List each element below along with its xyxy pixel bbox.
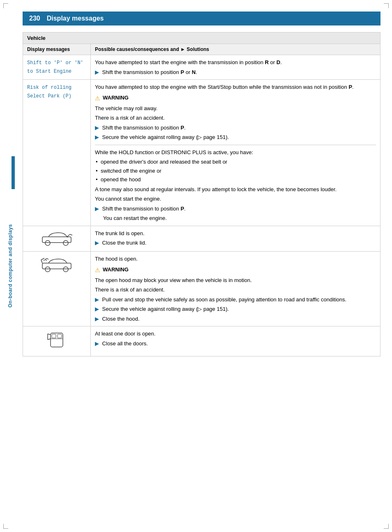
svg-point-6 (63, 267, 68, 272)
table-row: At least one door is open. ▶ Close all t… (23, 326, 380, 356)
hood-solution-1: ▶ Pull over and stop the vehicle safely … (95, 296, 376, 304)
svg-rect-7 (51, 333, 63, 347)
warning-icon-hood: ⚠ (95, 266, 100, 275)
svg-point-3 (67, 236, 68, 237)
solution-2: ▶ Secure the vehicle against rolling awa… (95, 133, 376, 141)
list-item: opened the hood (95, 176, 376, 184)
section-header: Vehicle (23, 32, 380, 44)
icon-cell-door (23, 326, 91, 356)
page-number: 230 (29, 15, 40, 22)
sub-section: While the HOLD function or DISTRONIC PLU… (95, 145, 376, 222)
svg-point-2 (63, 241, 68, 245)
sidebar-label: On-board computer and displays (7, 224, 13, 308)
causes-cell: The trunk lid is open. ▶ Close the trunk… (91, 226, 380, 252)
svg-rect-0 (42, 237, 71, 243)
display-msg-text: Risk of rollingSelect Park (P) (27, 85, 71, 99)
hood-solution-3: ▶ Close the hood. (95, 315, 376, 323)
column-header-row: Display messages Possible causes/consequ… (23, 44, 380, 55)
warning-label: WARNING (103, 94, 129, 102)
corner-mark-tr (384, 3, 389, 8)
hood-warning-2: There is a risk of an accident. (95, 286, 376, 294)
display-msg-text: Shift to 'P' or 'N'to Start Engine (27, 60, 83, 74)
display-msg-cell: Shift to 'P' or 'N'to Start Engine (23, 55, 91, 80)
col2-header-text: Possible causes/consequences and ► Solut… (95, 46, 209, 52)
corner-mark-br (384, 524, 389, 529)
hood-open-icon (40, 255, 73, 273)
svg-rect-4 (42, 263, 71, 269)
trunk-text: The trunk lid is open. (95, 229, 376, 238)
page-header: 230 Display messages (23, 12, 380, 25)
icon-cell-trunk (23, 226, 91, 252)
bullet-list: opened the driver's door and released th… (95, 158, 376, 184)
causes-cell-door: At least one door is open. ▶ Close all t… (91, 326, 380, 356)
warning-label-hood: WARNING (103, 266, 129, 274)
warning-icon: ⚠ (95, 94, 100, 103)
warning-text-1: The vehicle may roll away. (95, 104, 376, 113)
sub-intro: While the HOLD function or DISTRONIC PLU… (95, 148, 376, 157)
table-row: The hood is open. ⚠ WARNING The open hoo… (23, 252, 380, 326)
svg-point-1 (45, 241, 50, 245)
hood-warning-1: The open hood may block your view when t… (95, 276, 376, 285)
post-bullet-2: You cannot start the engine. (95, 195, 376, 203)
trunk-solution: ▶ Close the trunk lid. (95, 239, 376, 247)
display-messages-table: Vehicle Display messages Possible causes… (23, 32, 380, 356)
post-bullet-1: A tone may also sound at regular interva… (95, 185, 376, 194)
sidebar-accent-bar (12, 156, 15, 189)
col1-header: Display messages (23, 44, 91, 55)
solution-text: ▶ Shift the transmission to position P o… (95, 68, 376, 76)
display-msg-cell: Risk of rollingSelect Park (P) (23, 80, 91, 226)
hood-text: The hood is open. (95, 255, 376, 263)
list-item: opened the driver's door and released th… (95, 158, 376, 166)
causes-cell-hood: The hood is open. ⚠ WARNING The open hoo… (91, 252, 380, 326)
svg-rect-10 (58, 334, 62, 338)
icon-cell-hood (23, 252, 91, 326)
causes-cell: You have attempted to start the engine w… (91, 55, 380, 80)
cause-text: You have attempted to stop the engine wi… (95, 83, 376, 91)
warning-text-2: There is a risk of an accident. (95, 114, 376, 122)
table-row: Shift to 'P' or 'N'to Start Engine You h… (23, 55, 380, 80)
section-header-row: Vehicle (23, 32, 380, 44)
post-solution-note: You can restart the engine. (95, 214, 376, 222)
solution-1: ▶ Shift the transmission to position P. (95, 124, 376, 132)
warning-block-hood: ⚠ WARNING (95, 266, 376, 275)
col2-header: Possible causes/consequences and ► Solut… (91, 44, 380, 55)
trunk-lid-icon (40, 229, 73, 246)
causes-cell: You have attempted to stop the engine wi… (91, 80, 380, 226)
svg-point-5 (45, 267, 50, 272)
cause-text: You have attempted to start the engine w… (95, 58, 376, 67)
svg-rect-9 (52, 334, 56, 338)
list-item: switched off the engine or (95, 167, 376, 175)
hood-solution-2: ▶ Secure the vehicle against rolling awa… (95, 305, 376, 313)
door-solution: ▶ Close all the doors. (95, 340, 376, 348)
post-solution-1: ▶ Shift the transmission to position P. (95, 205, 376, 213)
warning-block: ⚠ WARNING (95, 94, 376, 103)
door-open-icon (46, 330, 67, 350)
table-row: Risk of rollingSelect Park (P) You have … (23, 80, 380, 226)
main-content: Vehicle Display messages Possible causes… (23, 32, 380, 356)
sidebar: On-board computer and displays (0, 0, 21, 532)
door-text: At least one door is open. (95, 330, 376, 338)
table-row: The trunk lid is open. ▶ Close the trunk… (23, 226, 380, 252)
page-title: Display messages (47, 15, 104, 22)
